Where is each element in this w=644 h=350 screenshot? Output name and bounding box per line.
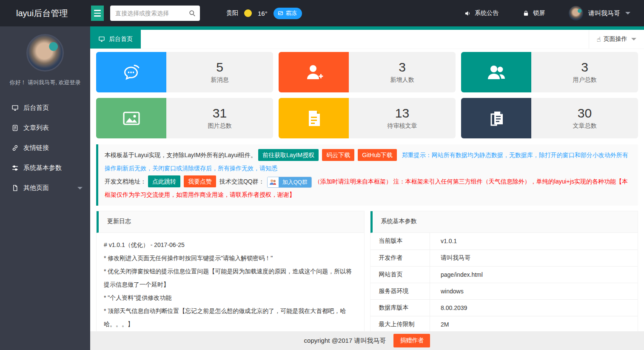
- stat-card-new-messages[interactable]: 5 新消息: [96, 52, 273, 92]
- chat-icon: [121, 62, 142, 83]
- stat-value: 13: [395, 106, 409, 120]
- pages-icon: [11, 184, 19, 192]
- lock-icon: [522, 10, 530, 17]
- join-qq-group-button[interactable]: 加入QQ群: [267, 177, 312, 188]
- monitor-icon: [11, 104, 19, 112]
- stat-label: 图片总数: [208, 122, 232, 130]
- param-label: 数据库版本: [370, 299, 430, 316]
- stat-value: 30: [578, 106, 592, 120]
- user-avatar: [569, 6, 583, 20]
- table-row: 当前版本v1.0.1: [370, 233, 638, 250]
- layim-auth-button[interactable]: 前往获取LayIM授权: [258, 149, 319, 161]
- app-logo: layui后台管理: [0, 8, 90, 19]
- user-add-icon: [304, 62, 324, 83]
- notice-line-2: 开发文档地址：点此跳转我要点赞 技术交流QQ群：加入QQ群（添加时请注明来自本框…: [105, 175, 632, 201]
- system-announcement-button[interactable]: 系统公告: [464, 9, 499, 17]
- changelog-panel-title: 更新日志: [97, 211, 364, 233]
- changelog-line: * 优化关闭弹窗按钮的提示信息位置问题【可能是因为加载速度的原因，造成这个问题，…: [104, 265, 357, 291]
- stat-card-pending-articles[interactable]: 13 待审核文章: [279, 98, 456, 138]
- param-value: v1.0.1: [430, 233, 638, 250]
- page-operations-label: 页面操作: [603, 35, 627, 43]
- param-label: 开发作者: [370, 250, 430, 266]
- gitee-download-button[interactable]: 码云下载: [322, 149, 354, 161]
- changelog-line: * 修改刚进入页面无任何操作时按回车键提示"请输入解锁密码！": [104, 252, 357, 265]
- sidebar-item-home[interactable]: 后台首页: [0, 98, 90, 118]
- docs-jump-button[interactable]: 点此跳转: [148, 175, 180, 187]
- search-box[interactable]: [110, 6, 200, 21]
- footer: copyright @2017 请叫我马哥 捐赠作者: [90, 331, 644, 350]
- qq-group-icon: [268, 177, 279, 188]
- tab-home-label: 后台首页: [109, 35, 133, 43]
- stat-label: 新增人数: [390, 76, 414, 84]
- table-row: 开发作者请叫我马哥: [370, 250, 638, 266]
- stat-label: 待审核文章: [388, 122, 417, 130]
- hand-pointer-icon: ☝: [597, 35, 601, 43]
- article-icon: [11, 124, 19, 132]
- lock-screen-label: 锁屏: [533, 9, 545, 17]
- stat-card-total-images[interactable]: 31 图片总数: [96, 98, 273, 138]
- chevron-down-icon: [77, 187, 83, 189]
- changelog-line: * 顶部天气信息自动判断位置【忘记之前是怎么想的做成北京的了，可能是我在大首都吧…: [104, 304, 357, 331]
- user-menu[interactable]: 请叫我马哥: [569, 6, 630, 20]
- sidebar-item-other-pages[interactable]: 其他页面: [0, 178, 90, 198]
- sidebar-greeting: 你好！ 请叫我马哥, 欢迎登录: [0, 79, 90, 86]
- notice-line-1: 本模板基于Layui实现，支持除LayIM外所有的Layui组件。前往获取Lay…: [105, 149, 632, 175]
- stat-value: 5: [216, 60, 223, 74]
- document-icon: [304, 108, 324, 129]
- param-label: 网站首页: [370, 266, 430, 283]
- copyright-text: copyright @2017 请叫我马哥: [304, 337, 386, 345]
- param-label: 当前版本: [370, 233, 430, 250]
- page-operations-dropdown[interactable]: ☝ 页面操作: [589, 30, 644, 49]
- stat-card-new-users[interactable]: 3 新增人数: [279, 52, 456, 92]
- accent-strip: [90, 26, 644, 30]
- system-announcement-label: 系统公告: [475, 9, 499, 17]
- sidebar-item-links[interactable]: 友情链接: [0, 138, 90, 158]
- weather-sign-icon: [277, 10, 284, 17]
- sun-icon: [244, 9, 252, 17]
- users-icon: [486, 62, 507, 83]
- stat-value: 3: [581, 60, 588, 74]
- stat-label: 文章总数: [573, 122, 597, 130]
- stat-label: 新消息: [211, 76, 229, 84]
- chevron-down-icon: [625, 12, 630, 14]
- weather-city: 贵阳: [226, 9, 238, 17]
- top-header: layui后台管理 贵阳 16° 霜冻 系统公告 锁屏 请叫我马哥: [0, 0, 644, 26]
- system-params-table: 当前版本v1.0.1 开发作者请叫我马哥 网站首页page/index.html…: [370, 233, 638, 331]
- stat-value: 3: [399, 60, 406, 74]
- stat-label: 用户总数: [573, 76, 597, 84]
- param-label: 最大上传限制: [370, 316, 430, 331]
- chevron-down-icon: [631, 38, 636, 40]
- sidebar-item-system-params[interactable]: 系统基本参数: [0, 158, 90, 178]
- changelog-panel: 更新日志 # v1.0.1（优化） - 2017-06-25 * 修改刚进入页面…: [96, 211, 365, 331]
- sidebar-item-articles[interactable]: 文章列表: [0, 118, 90, 138]
- weather-temp: 16°: [258, 10, 268, 17]
- like-button[interactable]: 我要点赞: [184, 175, 216, 187]
- weather-alert-label: 霜冻: [286, 9, 297, 17]
- monitor-icon: [98, 36, 105, 43]
- param-label: 服务器环境: [370, 283, 430, 299]
- param-value: 2M: [430, 316, 638, 331]
- donate-button[interactable]: 捐赠作者: [393, 334, 430, 347]
- table-row: 数据库版本8.00.2039: [370, 299, 638, 316]
- hamburger-menu-button[interactable]: [91, 6, 104, 21]
- stat-card-total-users[interactable]: 3 用户总数: [461, 52, 638, 92]
- lock-screen-button[interactable]: 锁屏: [522, 9, 545, 17]
- search-icon: [188, 9, 197, 17]
- notice-text: 技术交流QQ群：: [219, 178, 265, 185]
- github-download-button[interactable]: GitHub下载: [358, 149, 397, 161]
- table-row: 网站首页page/index.html: [370, 266, 638, 283]
- sidebar-item-label: 友情链接: [23, 144, 49, 152]
- tab-home[interactable]: 后台首页: [90, 30, 141, 49]
- notice-red-text: （添加时请注明来自本框架）: [314, 178, 392, 185]
- param-value: 8.00.2039: [430, 299, 638, 316]
- param-value: 请叫我马哥: [430, 250, 638, 266]
- link-icon: [11, 144, 19, 152]
- weather-alert-badge: 霜冻: [274, 8, 302, 19]
- system-params-panel-title: 系统基本参数: [370, 211, 638, 233]
- sidebar-item-label: 系统基本参数: [23, 164, 62, 172]
- stat-card-total-articles[interactable]: 30 文章总数: [461, 98, 638, 138]
- search-input[interactable]: [110, 6, 200, 21]
- sidebar: 你好！ 请叫我马哥, 欢迎登录 后台首页 文章列表 友情链接 系统基本参数 其他…: [0, 26, 90, 350]
- param-value: windows: [430, 283, 638, 299]
- param-value: page/index.html: [430, 266, 638, 283]
